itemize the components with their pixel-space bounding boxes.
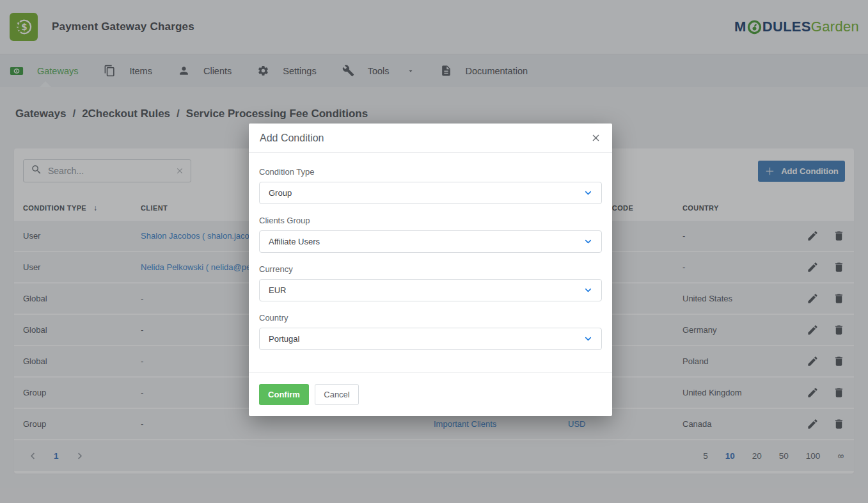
add-condition-modal: Add Condition Condition Type Group Clien… bbox=[249, 124, 612, 416]
page: $ Payment Gateway Charges M DULES Garden bbox=[0, 0, 868, 503]
clients-group-select[interactable]: Affiliate Users bbox=[259, 230, 602, 253]
clients-group-value: Affiliate Users bbox=[269, 237, 583, 246]
confirm-button[interactable]: Confirm bbox=[259, 384, 309, 405]
modal-body: Condition Type Group Clients Group Affil… bbox=[249, 153, 612, 372]
country-select[interactable]: Portugal bbox=[259, 328, 602, 350]
condition-type-select[interactable]: Group bbox=[259, 182, 602, 204]
modal-title: Add Condition bbox=[260, 132, 324, 144]
currency-label: Currency bbox=[259, 264, 602, 274]
modal-footer: Confirm Cancel bbox=[249, 372, 612, 416]
clients-group-label: Clients Group bbox=[259, 216, 602, 225]
country-value: Portugal bbox=[269, 334, 583, 344]
chevron-down-icon bbox=[583, 285, 593, 295]
chevron-down-icon bbox=[583, 334, 593, 344]
cancel-button[interactable]: Cancel bbox=[315, 384, 359, 405]
modal-header: Add Condition bbox=[249, 124, 612, 153]
currency-value: EUR bbox=[269, 285, 583, 295]
chevron-down-icon bbox=[583, 188, 593, 198]
currency-select[interactable]: EUR bbox=[259, 279, 602, 301]
close-icon bbox=[590, 132, 601, 143]
condition-type-value: Group bbox=[269, 188, 583, 198]
country-label: Country bbox=[259, 313, 602, 323]
chevron-down-icon bbox=[583, 237, 593, 246]
close-button[interactable] bbox=[590, 132, 601, 143]
condition-type-label: Condition Type bbox=[259, 167, 602, 177]
